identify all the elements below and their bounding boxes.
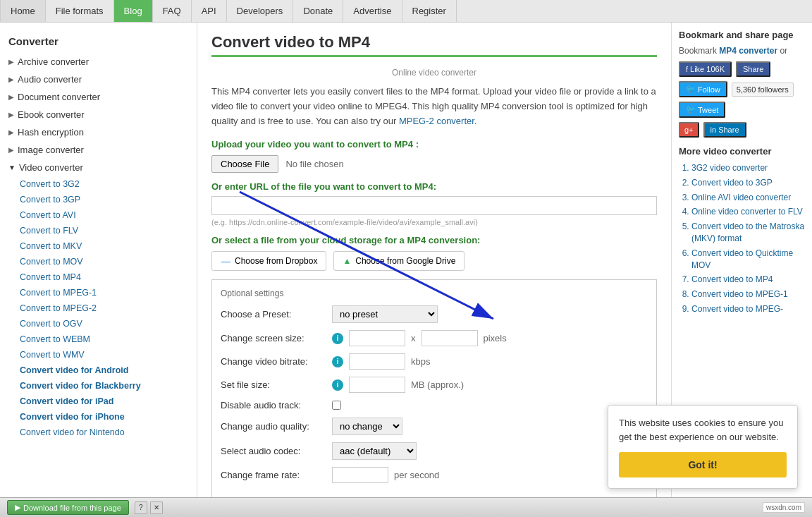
sidebar-video-item[interactable]: Convert video for iPad: [0, 394, 197, 409]
audio-codec-select[interactable]: aac (default): [332, 442, 417, 460]
cookie-banner: This website uses cookies to ensure you …: [608, 405, 798, 489]
arrow-icon: ▶: [8, 93, 14, 101]
sidebar-video-item[interactable]: Convert to FLV: [0, 223, 197, 238]
sidebar-category-image-converter[interactable]: ▶ Image converter: [0, 141, 197, 159]
sidebar-video-item[interactable]: Convert to MP4: [0, 269, 197, 285]
top-nav: HomeFile formatsBlogFAQAPIDevelopersDona…: [0, 0, 812, 23]
sidebar-video-item[interactable]: Convert video for iPhone: [0, 409, 197, 425]
nav-item-home[interactable]: Home: [0, 0, 46, 22]
sidebar-video-item[interactable]: Convert to MPEG-1: [0, 285, 197, 300]
url-input[interactable]: [211, 196, 657, 215]
download-btn-label: Download file from this page: [23, 504, 121, 512]
sidebar-category-archive-converter[interactable]: ▶ Archive converter: [0, 53, 197, 71]
nav-item-api[interactable]: API: [192, 0, 227, 22]
tweet-button[interactable]: 🐦 Tweet: [679, 102, 725, 118]
arrow-icon: ▶: [8, 111, 14, 118]
twitter-follow-button[interactable]: 🐦 Follow: [679, 81, 727, 97]
more-video-item[interactable]: Convert video to MPEG-: [691, 303, 805, 315]
info-icon-bitrate[interactable]: i: [332, 356, 343, 367]
nav-item-blog[interactable]: Blog: [114, 0, 153, 22]
arrow-icon: ▶: [8, 146, 14, 154]
audio-track-checkbox[interactable]: [332, 401, 341, 410]
arrow-icon: ▼: [8, 164, 16, 171]
more-video-list: 3G2 video converterConvert video to 3GPO…: [679, 162, 805, 315]
optional-settings-title: Optional settings: [221, 288, 648, 298]
sidebar-category-hash-encryption[interactable]: ▶ Hash encryption: [0, 123, 197, 141]
preset-select[interactable]: no preset: [332, 305, 438, 323]
sidebar-category-audio-converter[interactable]: ▶ Audio converter: [0, 71, 197, 88]
tweet-label: Tweet: [698, 106, 718, 114]
filesize-input[interactable]: [349, 377, 405, 393]
more-video-item[interactable]: Convert video to MPEG-1: [691, 288, 805, 300]
dropbox-icon: ⸻: [221, 255, 230, 267]
dl-icon-question[interactable]: ?: [135, 501, 147, 514]
bitrate-label: Change video bitrate:: [221, 356, 326, 367]
sidebar-video-item[interactable]: Convert to MPEG-2: [0, 300, 197, 316]
more-video-item[interactable]: Online AVI video converter: [691, 192, 805, 204]
preset-label: Choose a Preset:: [221, 309, 326, 320]
optional-settings-box: Optional settings Choose a Preset: no pr…: [211, 279, 657, 499]
sidebar-video-item[interactable]: Convert to MKV: [0, 238, 197, 254]
download-btn[interactable]: ▶ Download file from this page: [7, 500, 129, 515]
more-video-item[interactable]: Convert video to MP4: [691, 274, 805, 286]
dropbox-button[interactable]: ⸻ Choose from Dropbox: [211, 251, 326, 271]
linkedin-share-button[interactable]: in Share: [703, 122, 746, 138]
kbps-label: kbps: [411, 356, 430, 367]
gdrive-icon: ▲: [343, 256, 351, 266]
li-share-label: in Share: [710, 126, 739, 134]
choose-file-button[interactable]: Choose File: [211, 155, 278, 173]
more-video-item[interactable]: Convert video to 3GP: [691, 177, 805, 189]
facebook-share-button[interactable]: Share: [736, 61, 770, 77]
nav-item-file-formats[interactable]: File formats: [46, 0, 114, 22]
gplus-button[interactable]: g+: [679, 122, 699, 138]
facebook-like-button[interactable]: f Like 106K: [679, 61, 732, 77]
nav-item-advertise[interactable]: Advertise: [343, 0, 402, 22]
cookie-text: This website uses cookies to ensure you …: [619, 416, 787, 444]
sidebar-video-item[interactable]: Convert to WEBM: [0, 332, 197, 347]
sidebar-video-item[interactable]: Convert to 3GP: [0, 192, 197, 207]
sidebar-video-item[interactable]: Convert video for Blackberry: [0, 378, 197, 394]
frame-rate-input[interactable]: [332, 467, 388, 483]
sidebar-video-item[interactable]: Convert video for Android: [0, 363, 197, 378]
bitrate-input[interactable]: [349, 353, 405, 370]
gdrive-label: Choose from Google Drive: [355, 256, 455, 266]
more-video-item[interactable]: 3G2 video converter: [691, 162, 805, 174]
tweet-icon: 🐦: [686, 105, 696, 114]
sidebar-category-document-converter[interactable]: ▶ Document converter: [0, 88, 197, 106]
sidebar-category-video-converter[interactable]: ▼ Video converter: [0, 159, 197, 176]
audio-quality-select[interactable]: no change: [332, 418, 402, 435]
info-icon-screen[interactable]: i: [332, 333, 343, 344]
fb-share-label: Share: [743, 65, 763, 73]
screen-height-input[interactable]: [422, 330, 478, 346]
sidebar-video-item[interactable]: Convert to WMV: [0, 347, 197, 363]
sidebar-video-item[interactable]: Convert to 3G2: [0, 176, 197, 192]
more-video-item[interactable]: Convert video to Quicktime MOV: [691, 248, 805, 272]
nav-item-register[interactable]: Register: [402, 0, 457, 22]
sidebar-video-item[interactable]: Convert to OGV: [0, 316, 197, 332]
gplus-label: g+: [684, 126, 694, 134]
nav-item-donate[interactable]: Donate: [293, 0, 343, 22]
more-video-item[interactable]: Online video converter to FLV: [691, 206, 805, 218]
sidebar-video-item[interactable]: Convert to AVI: [0, 207, 197, 223]
audio-track-label: Disable audio track:: [221, 400, 326, 410]
frame-rate-label: Change frame rate:: [221, 470, 326, 480]
info-icon-filesize[interactable]: i: [332, 379, 343, 391]
followers-badge: 5,360 followers: [732, 83, 794, 97]
pixels-label: pixels: [484, 333, 507, 343]
sidebar-category-ebook-converter[interactable]: ▶ Ebook converter: [0, 106, 197, 123]
arrow-icon: ▶: [8, 58, 14, 66]
bookmark-title: Bookmark and share page: [679, 30, 805, 40]
more-video-item[interactable]: Convert video to the Matroska (MKV) form…: [691, 221, 805, 245]
sidebar-video-item[interactable]: Convert to MOV: [0, 254, 197, 269]
cookie-ok-button[interactable]: Got it!: [619, 452, 787, 478]
arrow-icon: ▶: [8, 128, 14, 136]
nav-item-developers[interactable]: Developers: [227, 0, 294, 22]
nav-item-faq[interactable]: FAQ: [153, 0, 192, 22]
gdrive-button[interactable]: ▲ Choose from Google Drive: [333, 251, 465, 271]
mpeg2-link[interactable]: MPEG-2 converter: [399, 116, 474, 126]
sidebar-video-item[interactable]: Convert video for Nintendo: [0, 425, 197, 440]
dl-icon-close[interactable]: ✕: [150, 501, 163, 514]
no-file-text: No file chosen: [285, 159, 343, 169]
mp4-link[interactable]: MP4 converter: [719, 46, 777, 56]
screen-width-input[interactable]: [349, 330, 405, 346]
